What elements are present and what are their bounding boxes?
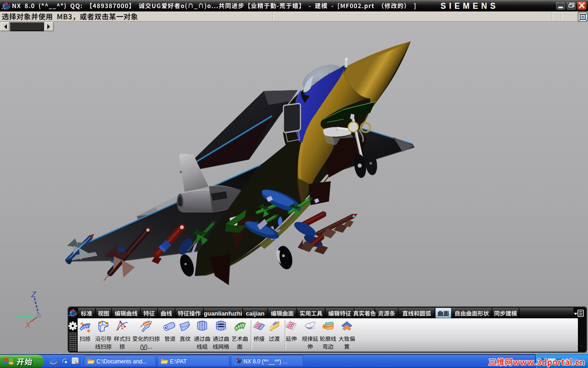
- svg-text:X: X: [25, 321, 31, 329]
- svg-text:Z: Z: [31, 290, 36, 299]
- svg-text:guanlianfuzhi: guanlianfuzhi: [204, 310, 243, 317]
- svg-text:C:\Documents and...: C:\Documents and...: [96, 358, 147, 365]
- svg-text:E:\PAT: E:\PAT: [170, 358, 187, 365]
- svg-text:(V)...: (V)...: [140, 344, 152, 350]
- svg-text:Y: Y: [14, 313, 20, 322]
- svg-text:caijian: caijian: [246, 310, 265, 317]
- svg-text:NX 8.0 (*^__^*) ...: NX 8.0 (*^__^*) ...: [243, 358, 287, 365]
- svg-text:SIEMENS: SIEMENS: [441, 1, 498, 11]
